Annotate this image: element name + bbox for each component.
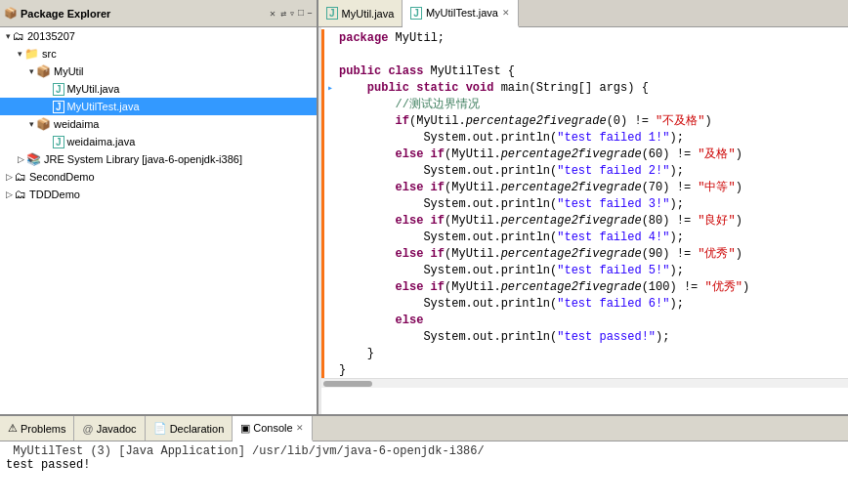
tab-label: Javadoc	[97, 423, 137, 435]
arrow-icon: ▷	[6, 189, 13, 199]
line-content: System.out.println("test failed 2!");	[339, 164, 684, 178]
tab-label: Problems	[21, 423, 65, 435]
console-icon: ▣	[240, 422, 250, 435]
java-file-icon: J	[53, 83, 64, 96]
code-line: System.out.println("test passed!");	[321, 328, 848, 345]
panel-header: 📦 Package Explorer ✕ ⇄ ▿ □ –	[0, 0, 317, 27]
code-line: else if(MyUtil.percentage2fivegrade(90) …	[321, 245, 848, 262]
tree-item[interactable]: ▾ 📁 src	[0, 45, 317, 63]
javadoc-icon: @	[82, 423, 93, 435]
menu-icon[interactable]: ▿	[289, 8, 295, 20]
arrow-icon: ▷	[18, 154, 24, 164]
tab-label: Console	[253, 422, 292, 434]
tab-problems[interactable]: ⚠ Problems	[0, 416, 74, 441]
line-content: System.out.println("test passed!");	[339, 330, 669, 344]
close-panel-icon[interactable]: ✕	[270, 8, 276, 20]
line-content: else if(MyUtil.percentage2fivegrade(90) …	[339, 245, 742, 262]
item-label: weidaima	[54, 118, 99, 130]
package-icon: 📦	[36, 64, 51, 78]
project-icon: 🗂	[15, 188, 26, 201]
line-content: else if(MyUtil.percentage2fivegrade(80) …	[339, 212, 742, 229]
code-line: }	[321, 361, 848, 378]
item-label: SecondDemo	[29, 171, 95, 183]
minimize-icon[interactable]: –	[307, 8, 313, 19]
code-line: System.out.println("test failed 6!");	[321, 295, 848, 312]
close-tab-icon[interactable]: ✕	[502, 8, 510, 18]
editor-tabs-bar: J MyUtil.java J MyUtilTest.java ✕	[318, 0, 848, 27]
tree-item[interactable]: J MyUtil.java	[0, 80, 317, 98]
tab-label: MyUtilTest.java	[426, 7, 498, 19]
code-line	[321, 46, 848, 63]
line-content: }	[339, 363, 346, 377]
src-icon: 📁	[24, 47, 39, 61]
tree-item[interactable]: ▷ 📚 JRE System Library [java-6-openjdk-i…	[0, 150, 317, 168]
project-icon: 🗂	[15, 170, 26, 184]
tab-myutiltest[interactable]: J MyUtilTest.java ✕	[403, 0, 519, 27]
declaration-icon: 📄	[153, 422, 167, 435]
line-content: //测试边界情况	[339, 96, 480, 112]
app-container: 📦 Package Explorer ✕ ⇄ ▿ □ – ▾ 🗂 2013520…	[0, 0, 848, 504]
line-content: System.out.println("test failed 5!");	[339, 264, 684, 277]
java-file-icon: J	[53, 101, 64, 113]
tree-item[interactable]: ▾ 📦 MyUtil	[0, 63, 317, 80]
line-content: else	[339, 314, 423, 327]
tab-console[interactable]: ▣ Console ✕	[233, 416, 312, 441]
bottom-tabs-bar: ⚠ Problems @ Javadoc 📄 Declaration ▣ Con…	[0, 416, 848, 441]
line-content: else if(MyUtil.percentage2fivegrade(100)…	[339, 278, 749, 295]
code-line: System.out.println("test failed 5!");	[321, 262, 848, 278]
console-line-output: test passed!	[6, 458, 842, 472]
line-content: if(MyUtil.percentage2fivegrade(0) != "不及…	[339, 112, 712, 129]
line-content: }	[339, 347, 374, 360]
item-label: TDDDemo	[29, 189, 80, 200]
line-content: package MyUtil;	[339, 31, 445, 45]
sync-icon[interactable]: ⇄	[280, 8, 286, 20]
line-content	[339, 48, 346, 62]
tree-item[interactable]: ▷ 🗂 SecondDemo	[0, 168, 317, 186]
line-marker: ▸	[327, 82, 339, 94]
arrow-icon: ▾	[29, 119, 34, 129]
tab-myutil[interactable]: J MyUtil.java	[318, 0, 403, 26]
tree-item[interactable]: ▾ 🗂 20135207	[0, 27, 317, 45]
tab-label: MyUtil.java	[342, 8, 395, 20]
item-label: 20135207	[27, 30, 75, 42]
arrow-icon: ▾	[29, 66, 34, 76]
java-file-icon: J	[53, 136, 64, 148]
code-line: package MyUtil;	[321, 29, 848, 46]
package-explorer-panel: 📦 Package Explorer ✕ ⇄ ▿ □ – ▾ 🗂 2013520…	[0, 0, 318, 414]
problems-icon: ⚠	[8, 422, 18, 435]
code-line: else	[321, 312, 848, 328]
item-label: src	[42, 48, 57, 60]
tab-declaration[interactable]: 📄 Declaration	[146, 416, 233, 441]
line-content: System.out.println("test failed 4!");	[339, 231, 684, 244]
line-content: else if(MyUtil.percentage2fivegrade(60) …	[339, 146, 742, 162]
arrow-icon: ▷	[6, 172, 13, 182]
line-content: System.out.println("test failed 6!");	[339, 297, 684, 311]
package-icon: 📦	[36, 117, 51, 131]
maximize-icon[interactable]: □	[298, 8, 304, 19]
java-icon: J	[326, 7, 338, 20]
code-line: ▸ public static void main(String[] args)…	[321, 79, 848, 96]
code-line: System.out.println("test failed 1!");	[321, 129, 848, 146]
bottom-panel: ⚠ Problems @ Javadoc 📄 Declaration ▣ Con…	[0, 414, 848, 504]
code-line: System.out.println("test failed 2!");	[321, 162, 848, 179]
package-explorer-icon: 📦	[4, 7, 18, 20]
code-line: else if(MyUtil.percentage2fivegrade(60) …	[321, 146, 848, 162]
tree-item[interactable]: ▾ 📦 weidaima	[0, 115, 317, 133]
panel-title: Package Explorer	[21, 8, 267, 20]
code-line: else if(MyUtil.percentage2fivegrade(100)…	[321, 278, 848, 295]
code-editor[interactable]: package MyUtil; public class MyUtilTest …	[318, 27, 848, 414]
horizontal-scrollbar[interactable]	[321, 378, 848, 388]
tree-item[interactable]: ▷ 🗂 TDDDemo	[0, 186, 317, 203]
close-console-icon[interactable]: ✕	[296, 423, 304, 433]
tree-area: ▾ 🗂 20135207 ▾ 📁 src ▾ 📦 MyUtil	[0, 27, 317, 414]
code-line: System.out.println("test failed 3!");	[321, 195, 848, 212]
project-icon: 🗂	[13, 29, 24, 43]
tree-item-selected[interactable]: J MyUtilTest.java	[0, 98, 317, 115]
item-label: JRE System Library [java-6-openjdk-i386]	[44, 153, 242, 165]
editor-panel: J MyUtil.java J MyUtilTest.java ✕ packag…	[318, 0, 848, 414]
tab-javadoc[interactable]: @ Javadoc	[74, 416, 145, 441]
main-area: 📦 Package Explorer ✕ ⇄ ▿ □ – ▾ 🗂 2013520…	[0, 0, 848, 414]
code-line: System.out.println("test failed 4!");	[321, 229, 848, 245]
tree-item[interactable]: J weidaima.java	[0, 133, 317, 150]
code-line: //测试边界情况	[321, 96, 848, 112]
